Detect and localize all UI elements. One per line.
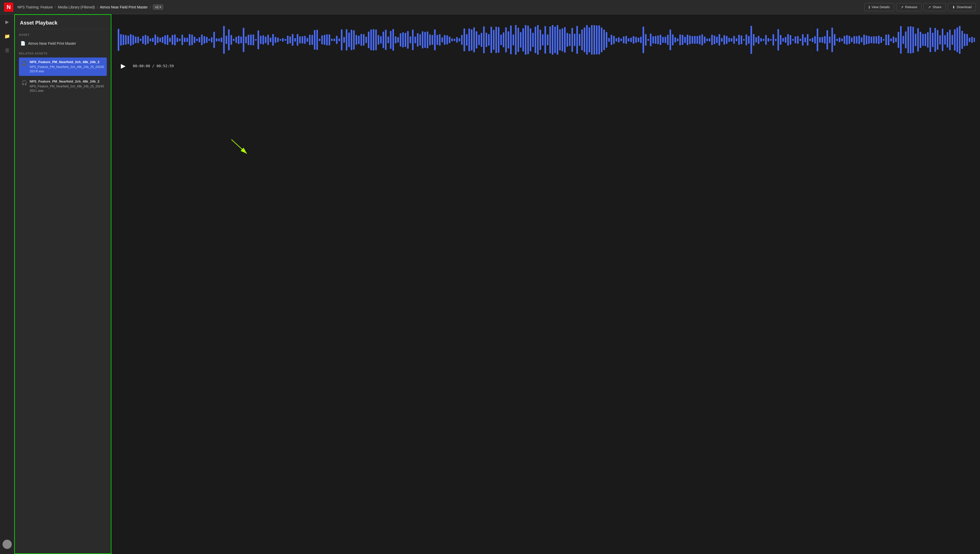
svg-rect-348 [971,37,973,43]
share-button[interactable]: ↗ Share [924,3,946,11]
svg-rect-246 [721,38,722,41]
svg-rect-41 [218,38,220,41]
svg-rect-121 [414,37,416,43]
svg-rect-138 [456,37,458,43]
svg-rect-197 [601,27,602,52]
svg-rect-244 [716,37,718,43]
svg-rect-233 [689,35,691,44]
download-button[interactable]: ⬇ Download [948,3,976,11]
svg-rect-76 [304,36,305,44]
panel-content: ASSET 📄 Atmos Near Field Print Master RE… [15,29,111,554]
svg-rect-47 [233,39,234,41]
play-button[interactable]: ▶ [118,60,129,72]
breadcrumb-library[interactable]: Media Library (Filtered) [58,5,95,9]
related-asset-item-1[interactable]: 🎧 NPS_Feature_PM_Nearfield_2ch_48k_24b_2… [19,57,107,76]
asset-item[interactable]: 📄 Atmos Near Field Print Master [19,39,107,48]
svg-rect-65 [277,38,279,42]
svg-rect-185 [571,28,573,52]
svg-rect-130 [437,35,438,45]
svg-rect-43 [223,26,225,54]
svg-rect-232 [687,35,688,45]
related-asset-item-2[interactable]: 🎧 NPS_Feature_PM_Nearfield_2ch_48k_24b_2… [19,77,107,96]
svg-rect-156 [500,35,502,45]
svg-rect-1 [120,34,122,46]
svg-rect-140 [461,35,463,45]
svg-rect-101 [365,37,367,43]
waveform-svg [116,24,975,55]
svg-rect-306 [868,36,870,44]
sidebar-icon-list[interactable]: ☰ [3,46,12,55]
svg-rect-238 [702,34,703,45]
sidebar-icon-library[interactable]: 📁 [3,32,12,41]
version-selector[interactable]: v1 ▾ [153,4,163,10]
release-button[interactable]: ↗ Release [896,3,922,11]
svg-rect-78 [309,35,311,45]
breadcrumb-asset[interactable]: Atmos Near Field Print Master [100,5,148,9]
svg-rect-277 [797,36,799,44]
svg-rect-255 [743,39,745,41]
svg-rect-155 [498,27,500,53]
svg-rect-283 [812,38,813,42]
svg-rect-325 [915,34,916,46]
svg-rect-83 [321,35,323,45]
svg-rect-86 [329,34,330,45]
document-icon: 📄 [21,41,25,46]
svg-rect-344 [961,31,963,49]
svg-rect-18 [162,37,164,43]
avatar[interactable] [3,540,12,549]
svg-rect-223 [665,37,666,43]
svg-rect-194 [593,25,595,55]
svg-rect-186 [574,34,575,46]
svg-rect-297 [846,35,848,45]
svg-rect-117 [405,33,406,47]
svg-rect-303 [861,38,862,42]
svg-rect-133 [444,35,445,45]
svg-rect-216 [648,39,649,41]
svg-rect-245 [719,34,720,46]
svg-rect-259 [753,34,754,46]
svg-rect-240 [706,38,708,41]
svg-rect-88 [334,38,335,41]
svg-rect-162 [515,25,517,55]
related-asset-short-name-1: NPS_Feature_PM_Nearfield_2ch_48k_24b_2 [30,60,104,64]
svg-rect-158 [505,27,507,53]
view-details-button[interactable]: ℹ View Details [864,3,894,11]
sidebar-icon-playback[interactable]: ▶ [3,18,12,27]
svg-rect-273 [788,34,789,46]
waveform-canvas[interactable] [116,24,975,55]
svg-rect-236 [697,36,698,44]
svg-rect-229 [679,35,681,45]
svg-rect-109 [385,30,387,50]
svg-rect-260 [756,37,757,42]
svg-rect-136 [451,38,453,41]
svg-rect-142 [466,34,468,46]
breadcrumb-training[interactable]: NPS Training: Feature [18,5,53,9]
svg-rect-243 [714,35,715,44]
svg-rect-299 [851,38,853,42]
svg-rect-195 [596,25,598,54]
svg-rect-110 [388,37,389,43]
svg-rect-212 [638,38,639,42]
svg-rect-256 [746,35,747,46]
svg-rect-34 [201,35,203,45]
svg-rect-175 [547,35,549,45]
svg-rect-254 [741,35,742,44]
svg-rect-349 [974,38,975,42]
svg-rect-123 [420,34,421,46]
svg-rect-9 [140,39,141,41]
svg-rect-339 [949,30,951,50]
svg-rect-171 [537,25,539,55]
playback-controls: ▶ 00:00:00 / 00:52:59 [116,60,975,72]
svg-rect-290 [829,37,830,43]
version-label: v1 [155,5,159,9]
svg-rect-95 [351,30,352,50]
svg-rect-69 [287,35,288,44]
panel-header: Asset Playback [15,15,111,29]
svg-rect-170 [535,27,536,53]
svg-rect-188 [579,34,581,46]
svg-rect-82 [319,39,320,41]
svg-rect-335 [939,35,941,45]
svg-rect-137 [454,38,455,41]
svg-rect-332 [932,33,934,47]
svg-rect-268 [775,39,776,41]
